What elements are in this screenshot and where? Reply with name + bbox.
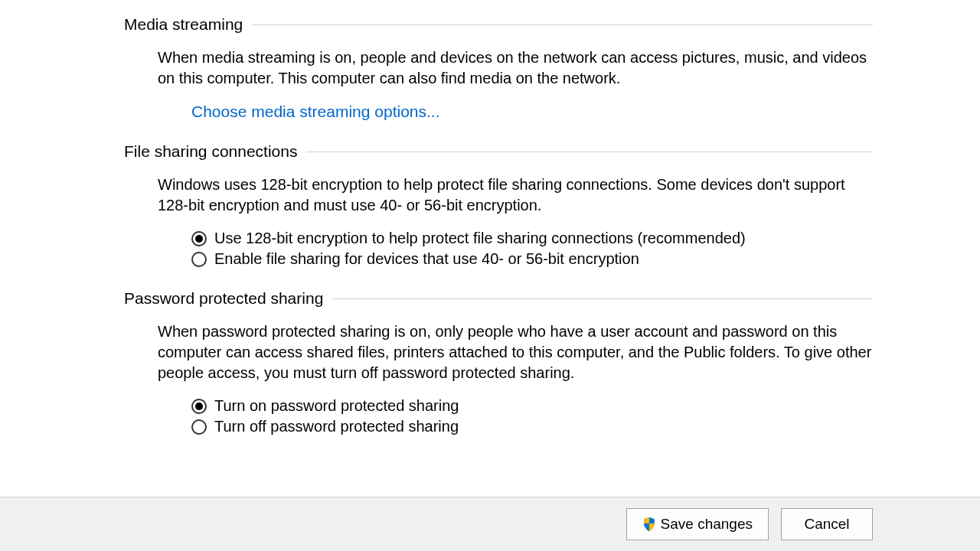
group-header: File sharing connections — [124, 142, 873, 161]
radio-password-off[interactable]: Turn off password protected sharing — [191, 418, 873, 435]
radio-indicator — [191, 399, 207, 414]
encryption-radio-group: Use 128-bit encryption to help protect f… — [191, 230, 873, 268]
save-changes-button[interactable]: Save changes — [626, 508, 769, 540]
radio-label: Turn on password protected sharing — [214, 397, 459, 415]
radio-40-56bit[interactable]: Enable file sharing for devices that use… — [191, 250, 873, 268]
settings-panel: Media streaming When media streaming is … — [0, 0, 980, 497]
radio-label: Turn off password protected sharing — [214, 418, 459, 435]
dialog-footer: Save changes Cancel — [0, 497, 980, 551]
radio-label: Use 128-bit encryption to help protect f… — [214, 230, 746, 247]
radio-indicator — [191, 419, 207, 435]
button-label: Save changes — [661, 516, 753, 533]
radio-indicator — [191, 231, 207, 246]
radio-password-on[interactable]: Turn on password protected sharing — [191, 397, 873, 415]
group-title: Media streaming — [124, 15, 252, 34]
divider — [332, 298, 873, 299]
file-sharing-desc: Windows uses 128-bit encryption to help … — [158, 174, 873, 216]
group-header: Media streaming — [124, 15, 873, 34]
radio-128bit[interactable]: Use 128-bit encryption to help protect f… — [191, 230, 873, 247]
radio-label: Enable file sharing for devices that use… — [214, 250, 639, 268]
group-title: File sharing connections — [124, 142, 306, 161]
cancel-button[interactable]: Cancel — [781, 508, 873, 540]
group-file-sharing: File sharing connections Windows uses 12… — [124, 142, 873, 268]
group-media-streaming: Media streaming When media streaming is … — [124, 15, 873, 121]
media-desc: When media streaming is on, people and d… — [158, 47, 873, 89]
link-row: Choose media streaming options... — [191, 103, 873, 121]
choose-media-streaming-link[interactable]: Choose media streaming options... — [191, 103, 440, 120]
password-desc: When password protected sharing is on, o… — [158, 321, 873, 383]
group-title: Password protected sharing — [124, 289, 332, 308]
radio-indicator — [191, 252, 207, 267]
divider — [252, 24, 873, 25]
button-label: Cancel — [804, 516, 849, 533]
password-radio-group: Turn on password protected sharing Turn … — [191, 397, 873, 435]
uac-shield-icon — [642, 517, 656, 531]
group-header: Password protected sharing — [124, 289, 873, 308]
group-password-sharing: Password protected sharing When password… — [124, 289, 873, 435]
divider — [306, 152, 873, 152]
